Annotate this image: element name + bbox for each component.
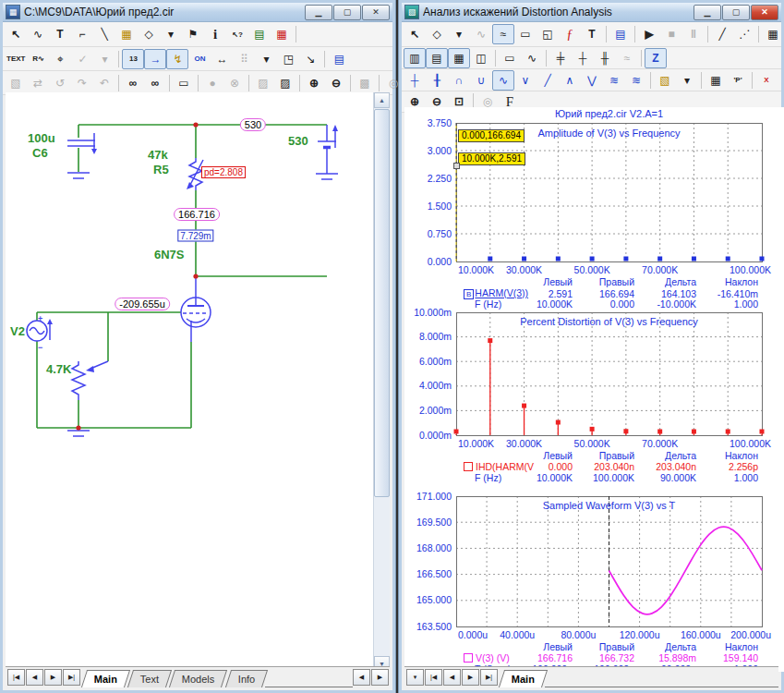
pause-button[interactable]: ‖ [682, 24, 705, 44]
text-tool-icon[interactable]: T [49, 24, 71, 44]
go-to-x-icon[interactable]: ▦ [705, 70, 727, 91]
tab-nav-button-2[interactable]: ▶ [44, 669, 62, 686]
minimize-button[interactable]: ▁ [694, 5, 721, 20]
zoom-mode-icon[interactable]: ▭ [514, 24, 537, 44]
cross-cursor-icon[interactable]: ↘ [299, 49, 321, 69]
node-value-bubble[interactable]: 166.716 [174, 208, 220, 221]
restore-button[interactable]: ▢ [333, 5, 361, 20]
tab-main[interactable]: Main [499, 670, 548, 687]
scroll-thumb[interactable] [374, 109, 390, 497]
next-point-left-icon[interactable]: ╪ [549, 48, 572, 68]
tab-text[interactable]: Text [127, 670, 172, 687]
select-all-icon[interactable]: ▧ [5, 73, 27, 93]
current-annotation[interactable]: 7.729m [177, 230, 213, 242]
component-label[interactable]: 6N7S [154, 248, 185, 261]
tab-main[interactable]: Main [81, 670, 130, 687]
global-low-icon[interactable]: ⋁ [581, 70, 603, 91]
battery-530[interactable] [318, 125, 338, 174]
component-label[interactable]: 100u [28, 131, 55, 145]
tab-nav-button-3[interactable]: ▶| [63, 669, 80, 686]
go-to-branch-icon[interactable]: ▧ [654, 70, 676, 91]
global-high-icon[interactable]: ∧ [559, 70, 581, 91]
ground-battery[interactable] [316, 174, 338, 179]
series-checkbox[interactable] [464, 462, 473, 471]
text-tool-icon[interactable]: T [581, 24, 603, 44]
grid-dropdown-icon[interactable]: ▾ [255, 49, 277, 69]
plot-page-dropdown[interactable]: ▾ [406, 669, 424, 686]
tab-info[interactable]: Info [225, 670, 269, 687]
x-scale-icon[interactable]: X [755, 70, 778, 91]
waveform-source-icon[interactable]: ∿ [27, 24, 49, 44]
cursor-handle[interactable] [453, 163, 460, 169]
select-region-icon[interactable]: ▦ [762, 24, 784, 44]
digital-region-icon[interactable]: ▦ [271, 24, 293, 44]
analysis-plot-area[interactable]: Юрий пред2.cir V2.A=1Amplitude of V(3) v… [404, 107, 784, 672]
properties-icon[interactable]: ▤ [609, 24, 632, 44]
copy-page-icon[interactable]: ▨ [274, 73, 296, 93]
info-page-icon[interactable]: ● [201, 73, 223, 93]
line-tag-icon[interactable]: ╱ [711, 24, 733, 44]
component-label[interactable]: C6 [32, 146, 48, 160]
text-attributes-icon[interactable]: TEXT [5, 49, 27, 69]
valley-icon[interactable]: ∪ [470, 70, 492, 91]
component-dropdown-icon[interactable]: ▾ [448, 24, 470, 44]
chart-plot[interactable]: Sampled Waveform V(3) vs T171.000169.500… [404, 496, 784, 643]
component-label[interactable]: 4.7K [46, 362, 71, 376]
hscroll-button-0[interactable]: ◀ [353, 669, 370, 686]
component-label[interactable]: V2 [10, 324, 25, 338]
plot-layout-2-icon[interactable]: ▤ [426, 48, 448, 68]
high-icon[interactable]: ∿ [492, 70, 514, 91]
schematic-canvas[interactable]: + − 100uC647kR5pd=2.808530530166.7167.72… [6, 92, 380, 672]
component-label[interactable]: 530 [288, 134, 308, 148]
point-tag-icon[interactable]: ⋰ [733, 24, 755, 44]
select-tool-icon[interactable]: ↖ [404, 24, 426, 44]
flip-horizontal-icon[interactable]: ⇄ [27, 73, 49, 93]
minimize-button[interactable]: ▁ [305, 5, 332, 20]
next-point-icon[interactable]: ┼ [572, 48, 594, 68]
component-dropdown-icon[interactable]: ▾ [160, 24, 182, 44]
schematic-vscrollbar[interactable]: ▲ ▼ [373, 92, 390, 672]
select-tool-icon[interactable]: ↖ [5, 24, 27, 44]
analysis-titlebar[interactable]: ▧ Анализ искажений Distortion Analysis ▁… [402, 3, 781, 22]
checklist-dropdown-icon[interactable]: ▾ [93, 49, 115, 69]
cursor-curve-icon[interactable]: ∿ [521, 48, 543, 68]
find-component-icon[interactable]: ∞ [122, 73, 144, 93]
power-annotation[interactable]: pd=2.808 [201, 166, 246, 178]
fx-mode-icon[interactable]: ƒ [559, 24, 581, 44]
zoom-out-icon[interactable]: ⊖ [325, 73, 347, 93]
rotate-icon[interactable]: ↺ [49, 73, 71, 93]
line-tool-icon[interactable]: ╲ [93, 24, 115, 44]
tab-nav-button-3[interactable]: ▶| [480, 669, 498, 686]
chart-plot[interactable]: Юрий пред2.cir V2.A=1Amplitude of V(3) v… [404, 123, 784, 278]
component-label[interactable]: 47k [148, 148, 168, 162]
potentiometer-4-7k[interactable] [72, 361, 108, 400]
analog-region-icon[interactable]: ▤ [248, 24, 271, 44]
info-tool-icon[interactable]: i [204, 24, 226, 44]
bottom-icon[interactable]: ≋ [603, 70, 625, 91]
pin-connection-icon[interactable]: ↔ [211, 49, 233, 69]
go-to-performance-icon[interactable]: 'P' [727, 70, 749, 91]
tab-nav-button-0[interactable]: |◀ [425, 669, 442, 686]
pin-numbers-icon[interactable]: 13 [122, 49, 144, 69]
scroll-up-button[interactable]: ▲ [374, 92, 390, 108]
peak-icon[interactable]: ∩ [448, 70, 470, 91]
slide-show-icon[interactable]: ▭ [173, 73, 195, 93]
flag-tool-icon[interactable]: ⚑ [182, 24, 204, 44]
zoom-box-icon[interactable]: ▭ [499, 48, 521, 68]
component-label[interactable]: R5 [153, 163, 169, 176]
inflection-icon[interactable]: ╱ [537, 70, 559, 91]
close-info-icon[interactable]: ⊗ [223, 73, 246, 93]
plot-layout-3-icon[interactable]: ▦ [448, 48, 470, 68]
plot-layout-4-icon[interactable]: ◫ [470, 48, 492, 68]
power-display-icon[interactable]: ↯ [166, 49, 188, 69]
tube-6n7s[interactable] [181, 276, 211, 342]
node-numbers-icon[interactable]: ⌖ [49, 49, 71, 69]
select-mode-icon[interactable]: ∿ [470, 24, 492, 44]
normalize-icon[interactable]: Z [645, 48, 667, 68]
scale-mode-icon[interactable]: ◱ [537, 24, 559, 44]
wire-mode-icon[interactable]: ⌐ [71, 24, 93, 44]
flip-x-icon[interactable]: ↶ [93, 73, 115, 93]
cursor-mode-icon[interactable]: ≈ [492, 24, 514, 44]
same-curve-icon[interactable]: ≈ [616, 48, 638, 68]
picture-box-icon[interactable]: ▦ [115, 24, 138, 44]
